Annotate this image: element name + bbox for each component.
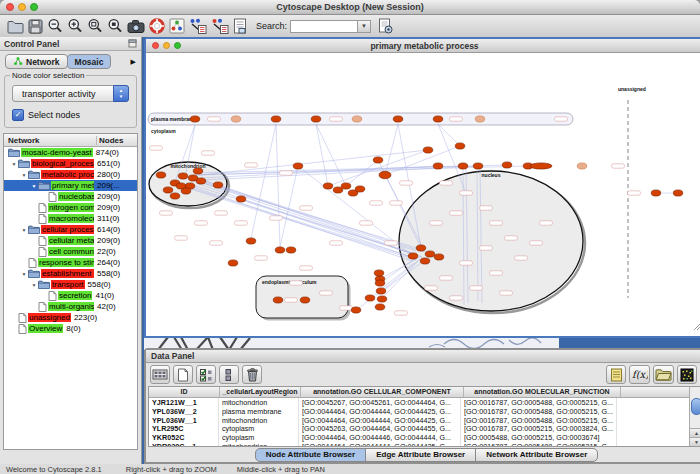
table-row[interactable]: YKR052Ccytoplasm[GO:0044464, GO:0044446,… (149, 433, 700, 442)
graph-node[interactable] (228, 260, 238, 266)
graph-node[interactable] (530, 163, 552, 169)
table-header-_cellularLayoutRegion[interactable]: _cellularLayoutRegion (220, 387, 301, 397)
graph-node[interactable] (196, 178, 206, 184)
resize-grip-icon[interactable] (693, 317, 700, 335)
graph-edge[interactable] (316, 124, 346, 186)
graph-node[interactable] (502, 162, 512, 168)
graph-node[interactable] (163, 187, 173, 193)
table-row[interactable]: YPL036W__2plasma membrane[GO:0044464, GO… (149, 407, 700, 416)
graph-edge[interactable] (385, 124, 398, 175)
tree-row[interactable]: nitrogen compo209(0) (4, 202, 137, 213)
search-dropdown-button[interactable]: ▼ (358, 20, 371, 33)
table-header-annotation.GO CELLULAR_COMPONENT[interactable]: annotation.GO CELLULAR_COMPONENT (301, 387, 464, 397)
table-row[interactable]: YJR121W__1mitochondrion[GO:0045267, GO:0… (149, 398, 700, 407)
graph-node[interactable] (423, 147, 433, 153)
graph-node[interactable] (333, 187, 343, 193)
table-header-extra[interactable] (621, 387, 692, 397)
graph-node[interactable] (365, 295, 375, 301)
graph-edge[interactable] (356, 263, 421, 310)
graph-node[interactable] (577, 163, 587, 169)
tree-row[interactable]: macromolecule311(0) (4, 213, 137, 224)
tree-row[interactable]: ▼establishment of lo558(0) (4, 268, 137, 279)
graph-edge[interactable] (316, 124, 328, 186)
table-row[interactable]: YPL036W__1mitochondrion[GO:0044464, GO:0… (149, 416, 700, 425)
graph-node[interactable] (455, 143, 465, 149)
graph-node[interactable] (275, 247, 285, 253)
node-color-dropdown[interactable]: transporter activity ▲▼ (12, 85, 129, 102)
graph-node[interactable] (434, 254, 444, 260)
tree-row[interactable]: ▼primary metabo209(... (4, 180, 137, 191)
graph-node[interactable] (323, 183, 333, 189)
tree-row[interactable]: Overview8(0) (4, 323, 137, 334)
tree-row[interactable]: nucleobase-209(0) (4, 191, 137, 202)
expand-triangle-icon[interactable]: ▼ (20, 227, 28, 233)
graph-edge[interactable] (346, 160, 378, 186)
network-canvas[interactable]: plasma membranecytoplasmmitochondrionnuc… (146, 53, 700, 336)
graph-node[interactable] (393, 116, 403, 122)
snapshot-camera-icon[interactable] (127, 17, 145, 35)
graph-node[interactable] (416, 245, 426, 251)
table-row[interactable]: YDR039C__1mitochondrion[GO:0044464, GO:0… (149, 442, 700, 447)
scrollbar-thumb[interactable] (691, 398, 700, 415)
graph-node[interactable] (379, 171, 391, 179)
unselect-attributes-icon[interactable] (219, 365, 239, 384)
graph-edge[interactable] (438, 124, 460, 146)
network-view-titlebar[interactable]: primary metabolic process (146, 39, 700, 53)
table-header-ID[interactable]: ID (149, 387, 220, 397)
tree-col-network[interactable]: Network (4, 136, 96, 145)
graph-node[interactable] (473, 163, 483, 169)
tree-row[interactable]: ▼transport558(0) (4, 279, 137, 290)
create-view-icon[interactable] (233, 17, 247, 35)
zoom-selected-region-icon[interactable] (87, 17, 103, 35)
graph-edge[interactable] (181, 186, 416, 260)
graph-node[interactable] (293, 163, 303, 169)
more-tabs-arrow[interactable]: ▶ (129, 58, 138, 66)
tree-row[interactable]: mosaic-demo-yeast874(0) (4, 147, 137, 158)
graph-node[interactable] (181, 188, 191, 194)
create-network-from-selection-icon[interactable] (189, 17, 207, 35)
float-panel-icon[interactable] (128, 39, 137, 48)
graph-node[interactable] (377, 296, 387, 302)
graph-node[interactable] (420, 258, 430, 264)
graph-node[interactable] (374, 270, 384, 276)
create-network-all-edges-icon[interactable] (211, 17, 229, 35)
graph-node[interactable] (236, 196, 246, 202)
graph-node[interactable] (231, 116, 241, 122)
vizmapper-icon[interactable] (169, 17, 185, 35)
graph-node[interactable] (375, 304, 385, 310)
tree-row[interactable]: response to stimul264(0) (4, 257, 137, 268)
delete-attribute-icon[interactable] (242, 365, 262, 384)
tree-row[interactable]: ▼cellular process614(0) (4, 224, 137, 235)
tree-row[interactable]: unassigned223(0) (4, 312, 137, 323)
graph-edge[interactable] (251, 124, 276, 238)
graph-node[interactable] (352, 116, 362, 122)
tab-edge-attribute-browser[interactable]: Edge Attribute Browser (365, 448, 476, 462)
graph-edge[interactable] (381, 261, 418, 299)
tab-node-attribute-browser[interactable]: Node Attribute Browser (255, 448, 367, 462)
tree-col-nodes[interactable]: Nodes (96, 136, 137, 145)
save-session-icon[interactable] (28, 17, 43, 35)
expand-triangle-icon[interactable]: ▼ (30, 282, 38, 288)
graph-node[interactable] (193, 168, 203, 174)
graph-node[interactable] (300, 297, 310, 303)
graph-edge[interactable] (276, 124, 280, 247)
attribute-table-icon[interactable] (150, 365, 170, 384)
graph-node[interactable] (170, 193, 180, 199)
import-attributes-icon[interactable] (653, 365, 674, 384)
tree-row[interactable]: cellular metabo209(0) (4, 235, 137, 246)
tree-row[interactable]: ▼metabolic process280(0) (4, 169, 137, 180)
tree-row[interactable]: multi-organism pro42(0) (4, 301, 137, 312)
tab-network-attribute-browser[interactable]: Network Attribute Browser (475, 448, 598, 462)
expand-triangle-icon[interactable]: ▼ (10, 161, 18, 167)
graph-node[interactable] (273, 297, 283, 303)
graph-node[interactable] (375, 280, 385, 286)
tree-row[interactable]: secretion41(0) (4, 290, 137, 301)
graph-node[interactable] (376, 288, 386, 294)
zoom-in-icon[interactable] (67, 17, 83, 35)
select-nodes-checkbox[interactable]: ✓ (12, 109, 24, 121)
graph-edge[interactable] (201, 181, 416, 251)
graph-node[interactable] (408, 253, 418, 259)
notes-icon[interactable] (606, 365, 626, 384)
help-lifesaver-icon[interactable] (149, 17, 165, 35)
graph-node[interactable] (286, 247, 296, 253)
